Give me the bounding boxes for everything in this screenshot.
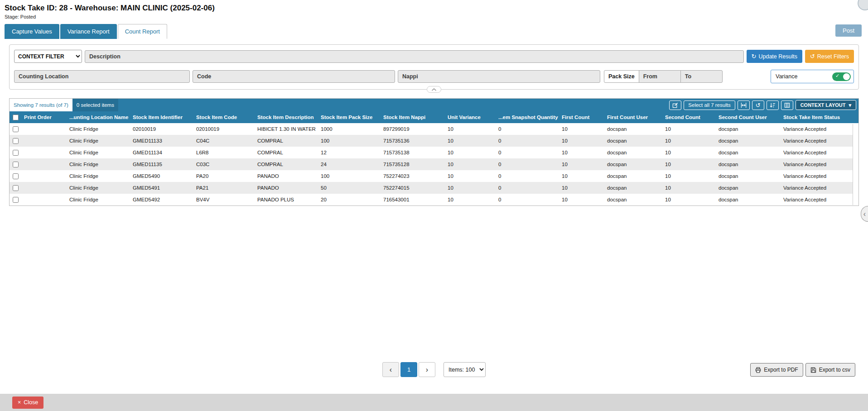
table-cell: GMED11135 — [130, 158, 193, 170]
table-row[interactable]: Clinic FridgeGMED11134L6R8COMPRAL1271573… — [10, 147, 858, 158]
select-all-button[interactable]: Select all 7 results — [684, 100, 735, 110]
table-cell: 50 — [318, 182, 381, 194]
table-cell: docspan — [716, 182, 781, 194]
table-cell: C04C — [193, 135, 255, 147]
prev-page-button[interactable]: ‹ — [382, 362, 399, 377]
pack-size-label: Pack Size — [604, 70, 639, 83]
tab-capture-values[interactable]: Capture Values — [5, 24, 59, 39]
post-button[interactable]: Post — [835, 24, 862, 37]
table-cell: 0 — [496, 123, 559, 135]
sort-button[interactable] — [767, 100, 779, 110]
column-header[interactable]: First Count — [559, 111, 604, 123]
column-header[interactable]: Print Order — [21, 111, 67, 123]
column-header[interactable]: Stock Item Description — [255, 111, 318, 123]
current-page-button[interactable]: 1 — [400, 362, 417, 377]
results-toolbar: Showing 7 results (of 7) 0 selected item… — [10, 99, 858, 111]
table-cell: PA21 — [193, 182, 255, 194]
column-header[interactable]: Stock Item Code — [193, 111, 255, 123]
columns-button[interactable] — [781, 100, 793, 110]
column-header[interactable]: Stock Item Pack Size — [318, 111, 381, 123]
table-cell: 10 — [559, 147, 604, 158]
row-select-cell — [10, 170, 21, 182]
footer-bar: × Close — [0, 394, 868, 411]
column-header[interactable]: Stock Item Nappi — [381, 111, 445, 123]
description-input[interactable] — [85, 50, 744, 63]
reset-filters-button[interactable]: ↺ Reset Filters — [805, 50, 854, 63]
filter-collapse-handle[interactable] — [427, 86, 441, 93]
row-select-checkbox[interactable] — [13, 197, 19, 203]
table-row[interactable]: Clinic FridgeGMED11135C03CCOMPRAL2471573… — [10, 158, 858, 170]
export-csv-label: Export to csv — [819, 367, 850, 373]
row-select-checkbox[interactable] — [13, 185, 19, 191]
table-cell: 10 — [662, 135, 716, 147]
table-cell: GMED5491 — [130, 182, 193, 194]
side-panel-handle[interactable]: ‹ — [861, 206, 868, 222]
table-cell: 10 — [662, 182, 716, 194]
export-pdf-button[interactable]: Export to PDF — [750, 363, 803, 377]
table-cell: COMPRAL — [255, 135, 318, 147]
items-per-page-select[interactable]: Items: 100 — [444, 362, 486, 377]
fit-columns-button[interactable] — [738, 100, 750, 110]
table-cell: Clinic Fridge — [67, 123, 130, 135]
table-row[interactable]: Clinic FridgeGMED5492BV4VPANADO PLUS2071… — [10, 194, 858, 206]
table-cell — [21, 182, 67, 194]
column-header[interactable]: Stock Item Identifier — [130, 111, 193, 123]
column-header[interactable]: Unit Variance — [445, 111, 496, 123]
reload-icon: ↺ — [756, 102, 761, 109]
column-header[interactable]: Second Count — [662, 111, 716, 123]
row-select-checkbox[interactable] — [13, 173, 19, 179]
tab-variance-report[interactable]: Variance Report — [60, 24, 117, 39]
table-scrollbar-track[interactable] — [853, 124, 858, 205]
row-select-checkbox[interactable] — [13, 162, 19, 167]
table-cell: L6R8 — [193, 147, 255, 158]
table-cell: 0 — [496, 194, 559, 206]
next-page-button[interactable]: › — [419, 362, 435, 377]
context-layout-button[interactable]: CONTEXT LAYOUT ▾ — [796, 100, 856, 110]
sort-icon — [770, 102, 776, 108]
pack-size-to-input[interactable] — [680, 70, 723, 83]
close-button[interactable]: × Close — [12, 397, 43, 409]
export-csv-button[interactable]: Export to csv — [805, 363, 855, 377]
column-header[interactable]: ...unting Location Name — [67, 111, 130, 123]
row-select-checkbox[interactable] — [13, 126, 19, 132]
tab-count-report[interactable]: Count Report — [118, 24, 167, 39]
table-cell — [21, 194, 67, 206]
selected-items-label: 0 selected items — [72, 99, 118, 111]
showing-results-chip[interactable]: Showing 7 results (of 7) — [10, 99, 72, 111]
table-cell: 10 — [662, 123, 716, 135]
update-results-button[interactable]: ↻ Update Results — [747, 50, 802, 63]
table-cell: Variance Accepted — [781, 182, 858, 194]
column-header[interactable]: Second Count User — [716, 111, 781, 123]
filter-panel: CONTEXT FILTER ↻ Update Results ↺ Reset … — [9, 44, 859, 90]
column-header[interactable]: First Count User — [604, 111, 662, 123]
nappi-input[interactable] — [398, 70, 600, 83]
reset-icon: ↺ — [810, 53, 815, 60]
table-cell: 10 — [445, 147, 496, 158]
table-cell: 0 — [496, 182, 559, 194]
table-cell: 10 — [445, 194, 496, 206]
table-row[interactable]: Clinic FridgeGMED5490PA20PANADO100752274… — [10, 170, 858, 182]
table-cell: 10 — [559, 135, 604, 147]
row-select-checkbox[interactable] — [13, 138, 19, 144]
table-cell: docspan — [716, 170, 781, 182]
variance-toggle[interactable]: ✓ — [832, 72, 851, 81]
table-row[interactable]: Clinic Fridge0201001902010019HIBICET 1.3… — [10, 123, 858, 135]
table-cell: 10 — [662, 170, 716, 182]
pack-size-from-input[interactable] — [639, 70, 681, 83]
table-cell: 0 — [496, 158, 559, 170]
row-select-checkbox[interactable] — [13, 150, 19, 156]
table-cell: 0 — [496, 135, 559, 147]
table-cell: docspan — [604, 158, 662, 170]
table-cell: 10 — [662, 194, 716, 206]
code-input[interactable] — [193, 70, 395, 83]
reload-button[interactable]: ↺ — [752, 100, 764, 110]
table-row[interactable]: Clinic FridgeGMED5491PA21PANADO507522740… — [10, 182, 858, 194]
column-header[interactable]: ...em Snapshot Quantity — [496, 111, 559, 123]
column-header[interactable]: Stock Take Item Status — [781, 111, 858, 123]
context-filter-select[interactable]: CONTEXT FILTER — [14, 50, 82, 63]
counting-location-input[interactable] — [14, 70, 190, 83]
select-all-checkbox[interactable] — [13, 115, 19, 120]
edit-view-button[interactable] — [669, 100, 681, 110]
table-cell: GMED11134 — [130, 147, 193, 158]
table-row[interactable]: Clinic FridgeGMED11133C04CCOMPRAL1007157… — [10, 135, 858, 147]
